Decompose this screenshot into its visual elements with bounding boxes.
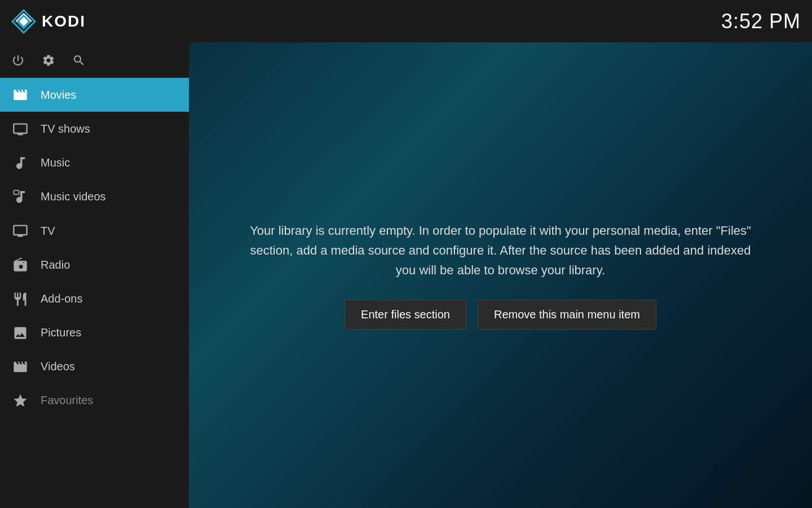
kodi-logo-icon bbox=[11, 9, 36, 34]
top-bar: KODI 3:52 PM bbox=[0, 0, 812, 42]
tv-shows-icon bbox=[11, 121, 29, 137]
sidebar-item-tv-shows[interactable]: TV shows bbox=[0, 112, 189, 146]
clock-display: 3:52 PM bbox=[721, 10, 801, 33]
sidebar-controls bbox=[0, 42, 189, 78]
sidebar-item-videos[interactable]: Videos bbox=[0, 350, 189, 384]
sidebar-item-pictures[interactable]: Pictures bbox=[0, 316, 189, 350]
sidebar-nav: Movies TV shows Music bbox=[0, 78, 189, 508]
sidebar-item-favourites[interactable]: Favourites bbox=[0, 384, 189, 418]
remove-menu-item-button[interactable]: Remove this main menu item bbox=[478, 300, 656, 330]
radio-icon bbox=[11, 257, 29, 273]
sidebar-item-tv-label: TV bbox=[41, 225, 55, 238]
add-ons-icon bbox=[11, 291, 29, 306]
sidebar-item-add-ons[interactable]: Add-ons bbox=[0, 282, 189, 316]
sidebar-item-movies-label: Movies bbox=[41, 89, 76, 102]
sidebar-item-music-label: Music bbox=[41, 156, 70, 169]
sidebar-item-favourites-label: Favourites bbox=[41, 394, 93, 407]
favourites-icon bbox=[11, 393, 29, 409]
enter-files-button[interactable]: Enter files section bbox=[345, 300, 466, 330]
sidebar-item-music-videos-label: Music videos bbox=[41, 190, 106, 203]
sidebar-item-music-videos[interactable]: Music videos bbox=[0, 180, 189, 214]
logo-area: KODI bbox=[11, 9, 86, 34]
sidebar-item-videos-label: Videos bbox=[41, 360, 75, 373]
tv-icon bbox=[11, 223, 29, 239]
app-title: KODI bbox=[42, 12, 86, 30]
empty-library-container: Your library is currently empty. In orde… bbox=[247, 221, 754, 330]
sidebar-item-music[interactable]: Music bbox=[0, 146, 189, 180]
search-icon[interactable] bbox=[72, 52, 86, 67]
sidebar-item-tv[interactable]: TV bbox=[0, 214, 189, 248]
sidebar-item-radio-label: Radio bbox=[41, 259, 70, 271]
music-icon bbox=[11, 155, 29, 171]
sidebar-item-pictures-label: Pictures bbox=[41, 326, 81, 339]
action-buttons-group: Enter files section Remove this main men… bbox=[247, 300, 754, 330]
music-videos-icon bbox=[11, 189, 29, 205]
movies-icon bbox=[11, 87, 29, 103]
sidebar-item-movies[interactable]: Movies bbox=[0, 78, 189, 112]
main-content: Your library is currently empty. In orde… bbox=[189, 42, 812, 508]
svg-rect-5 bbox=[14, 190, 19, 194]
content-area: Movies TV shows Music bbox=[0, 42, 812, 508]
sidebar: Movies TV shows Music bbox=[0, 42, 189, 508]
pictures-icon bbox=[11, 325, 29, 341]
power-icon[interactable] bbox=[11, 52, 25, 67]
sidebar-item-add-ons-label: Add-ons bbox=[41, 292, 83, 305]
settings-icon[interactable] bbox=[42, 52, 55, 67]
videos-icon bbox=[11, 359, 29, 375]
empty-library-message: Your library is currently empty. In orde… bbox=[247, 221, 754, 281]
sidebar-item-tvshows-label: TV shows bbox=[41, 122, 90, 135]
sidebar-item-radio[interactable]: Radio bbox=[0, 248, 189, 282]
